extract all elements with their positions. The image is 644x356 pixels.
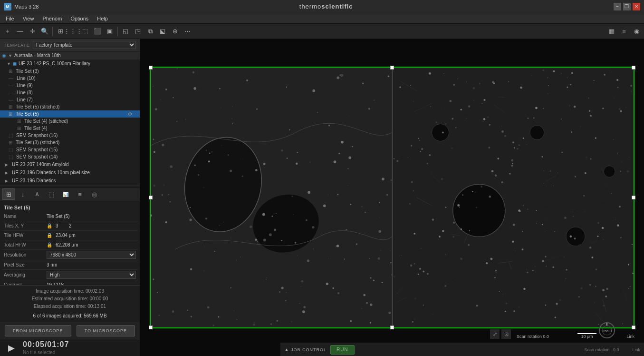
tree-item-snap14[interactable]: ⬚ SEM Snapshot (14)	[0, 153, 140, 160]
menu-file[interactable]: File	[2, 15, 18, 22]
svg-text:356.0: 356.0	[602, 329, 612, 333]
restore-button[interactable]: ❐	[623, 3, 631, 10]
tree-item-label: SEM Snapshot (14)	[16, 154, 58, 159]
collapsed-label-2: UE-23-196 Diabetics 10nm pixel size	[12, 170, 90, 175]
tree-item-icon: ⊞	[17, 119, 21, 124]
menu-help[interactable]: Help	[93, 15, 112, 22]
titlebar: M Maps 3.28 thermoscientific − ❐ ✕	[0, 0, 644, 13]
toolbar-more-btn[interactable]: ⋯	[182, 26, 193, 37]
tree-item-tileset3s[interactable]: ⊞ Tile Set (3) (stitched)	[0, 139, 140, 146]
toolbar-snap-btn[interactable]: ⬚	[79, 26, 91, 37]
toolbar-frame-btn[interactable]: ◱	[120, 26, 131, 37]
handle-bottom-left[interactable]	[149, 326, 153, 329]
lock-icon-totalhfw: 🔒	[47, 242, 52, 247]
tab-image[interactable]: ⬚	[45, 188, 58, 200]
play-button[interactable]: ▶	[5, 341, 18, 355]
tree-item-label: Line (9)	[17, 83, 33, 88]
handle-left-middle[interactable]	[149, 196, 153, 199]
tree-item-line8[interactable]: — Line (8)	[0, 89, 140, 96]
job-control-arrow: ▲	[284, 347, 289, 352]
resolution-select[interactable]: 7680 x 4800	[47, 251, 136, 259]
to-microscope-button[interactable]: TO MICROSCOPE	[77, 325, 135, 336]
run-button[interactable]: RUN	[330, 345, 355, 355]
session-label: Australia - March 18th	[14, 53, 61, 58]
template-select[interactable]: Factory Template	[33, 41, 136, 49]
tree-item-icon: —	[9, 90, 13, 95]
app-title: Maps 3.28	[14, 4, 38, 10]
dataset-row[interactable]: ▼ ◼ UE-23-142 PS_C 100nm Fibrillary	[0, 59, 140, 68]
tree-item-tileset4[interactable]: ⊞ Tile Set (4)	[0, 125, 140, 132]
template-bar: TEMPLATE Factory Template	[0, 39, 140, 51]
toolbar-link-btn[interactable]: ⬕	[157, 26, 168, 37]
tree-item-tileset5[interactable]: ⊞ Tile Set (5) ⚙ ⋯	[0, 110, 140, 118]
session-row[interactable]: ◉ ▼ Australia - March 18th	[0, 51, 140, 59]
no-tile-label: No tile selected	[23, 350, 69, 355]
menu-phenom[interactable]: Phenom	[38, 15, 66, 22]
handle-top-right[interactable]	[632, 66, 635, 69]
prop-totalhfw-label: Total HFW	[4, 242, 47, 247]
tree-item-line10[interactable]: — Line (10)	[0, 75, 140, 82]
fit-button[interactable]: ⊡	[501, 329, 511, 339]
collapsed-session-3[interactable]: ▶ UE-23-196 Diabetics	[0, 177, 140, 185]
tree-item-line7[interactable]: — Line (7)	[0, 96, 140, 103]
tree-item-line9[interactable]: — Line (9)	[0, 82, 140, 89]
rotation-dial[interactable]: 356.0	[598, 322, 615, 339]
toolbar-rect-btn[interactable]: ▣	[104, 26, 115, 37]
tab-circle[interactable]: ◎	[87, 188, 101, 200]
expand-icon-3: ▶	[5, 178, 8, 183]
tree-item-edit-icon[interactable]: ⚙	[128, 111, 132, 117]
prop-pixelsize-row: Pixel Size 3 nm	[2, 260, 138, 270]
sem-image	[150, 67, 634, 328]
tab-import[interactable]: ↓	[16, 188, 29, 200]
fullscreen-button[interactable]: ⤢	[490, 329, 500, 339]
viewer-area[interactable]: 10 μm 356.0 Scan rotation 0.0 ⤢ ⊡ Link	[140, 39, 644, 356]
menu-view[interactable]: View	[19, 15, 38, 22]
prop-pixelsize-label: Pixel Size	[4, 262, 47, 267]
handle-right-middle[interactable]	[632, 196, 635, 199]
toolbar-copy-btn[interactable]: ⧉	[144, 26, 156, 37]
prop-tilehfw-label: Tile HFW	[4, 233, 47, 238]
prop-tilehfw-value: 🔒 23.04 μm	[47, 233, 136, 238]
tree-item-tileset5s[interactable]: ⊞ Tile Set (5) (stitched)	[0, 103, 140, 110]
tab-chart[interactable]: 📊	[59, 188, 72, 200]
brand-scientific: scientific	[321, 3, 353, 10]
minimize-button[interactable]: −	[614, 3, 621, 10]
tree-item-tileset4s[interactable]: ⊞ Tile Set (4) (stitched)	[0, 118, 140, 125]
tab-settings[interactable]: ≡	[73, 188, 87, 200]
job-control-toggle[interactable]: ▲ JOB CONTROL	[284, 347, 327, 352]
toolbar-search-btn[interactable]: 🔍	[39, 26, 50, 37]
tree-item-snap16[interactable]: ⬚ SEM Snapshot (16)	[0, 132, 140, 139]
dataset-expand-icon: ▼	[7, 61, 11, 66]
tab-grid[interactable]: ⊞	[2, 188, 15, 200]
toolbar-panel-btn[interactable]: ▦	[606, 26, 617, 37]
prop-contrast-row: Contrast 19.1118	[2, 280, 138, 285]
menu-options[interactable]: Options	[67, 15, 92, 22]
prop-resolution-row: Resolution 7680 x 4800	[2, 250, 138, 260]
left-panel: TEMPLATE Factory Template ◉ ▼ Australia …	[0, 39, 140, 356]
handle-bottom-right[interactable]	[632, 326, 635, 329]
averaging-select[interactable]: High	[47, 271, 136, 279]
collapsed-session-1[interactable]: ▶ UE-23-207 140nm Amyloid	[0, 160, 140, 168]
toolbar-add-btn[interactable]: +	[2, 26, 13, 37]
toolbar-line-btn[interactable]: —	[14, 26, 26, 37]
prop-tiles-value: 🔒 3 2	[47, 223, 136, 228]
brand-thermo: thermo	[299, 3, 321, 10]
tree-item-icon: ⬚	[9, 133, 13, 138]
toolbar-scope-btn[interactable]: ◉	[631, 26, 642, 37]
tab-text[interactable]: A	[30, 188, 44, 200]
close-button[interactable]: ✕	[633, 3, 640, 10]
tree-item-tileset3[interactable]: ⊞ Tile Set (3)	[0, 68, 140, 75]
left-bottom: ⊞ ↓ A ⬚ 📊 ≡ ◎ Tile Set (5) Name Tile Set…	[0, 187, 140, 322]
toolbar-crop-btn[interactable]: ◳	[132, 26, 144, 37]
tree-item-more-icon[interactable]: ⋯	[133, 111, 138, 117]
toolbar-tiles-btn[interactable]: ⬛	[92, 26, 103, 37]
scale-value: 10 μm	[581, 334, 593, 339]
toolbar-config-btn[interactable]: ≡	[618, 26, 630, 37]
handle-top-left[interactable]	[149, 66, 153, 69]
collapsed-session-2[interactable]: ▶ UE-23-196 Diabetics 10nm pixel size	[0, 168, 140, 177]
tree-item-snap15[interactable]: ⬚ SEM Snapshot (15)	[0, 146, 140, 153]
from-microscope-button[interactable]: FROM MICROSCOPE	[5, 325, 71, 336]
toolbar-list-btn[interactable]: ⋮⋮⋮	[67, 26, 78, 37]
toolbar-plus2-btn[interactable]: ⊕	[169, 26, 181, 37]
toolbar-crosshair-btn[interactable]: ✛	[27, 26, 38, 37]
